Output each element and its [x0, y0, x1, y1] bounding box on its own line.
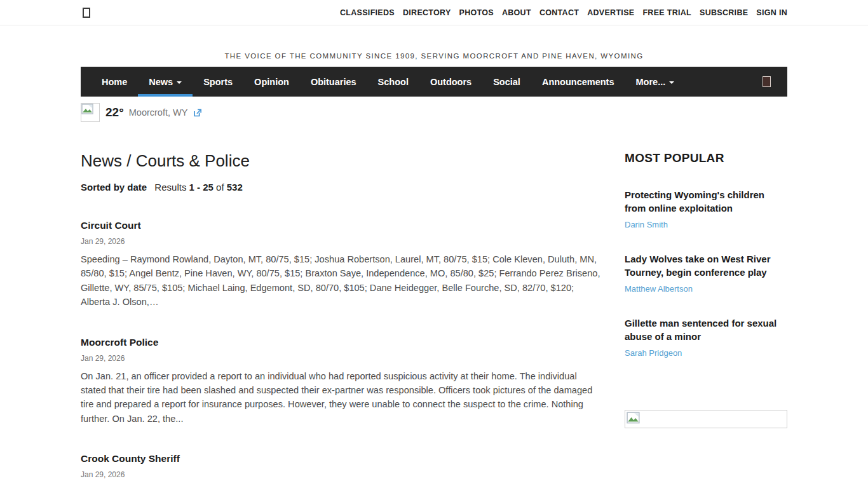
- popular-item-title-link[interactable]: Gillette man sentenced for sexual abuse …: [625, 316, 787, 343]
- topbar-inner: CLASSIFIEDS DIRECTORY PHOTOS ABOUT CONTA…: [81, 8, 787, 18]
- sorted-by-label: Sorted by date: [81, 182, 147, 193]
- nav-item-obituaries-label: Obituaries: [311, 77, 356, 87]
- topbar-link-directory[interactable]: DIRECTORY: [403, 8, 451, 17]
- topbar-link-classifieds[interactable]: CLASSIFIEDS: [340, 8, 395, 17]
- popular-item-author-link[interactable]: Sarah Pridgeon: [625, 348, 787, 358]
- topbar-link-free-trial[interactable]: FREE TRIAL: [642, 8, 691, 17]
- popular-item: Gillette man sentenced for sexual abuse …: [625, 316, 787, 358]
- nav-item-obituaries[interactable]: Obituaries: [300, 67, 367, 97]
- nav-item-sports-label: Sports: [203, 77, 233, 87]
- topbar-link-contact[interactable]: CONTACT: [539, 8, 579, 17]
- nav-item-more-label: More...: [636, 77, 666, 87]
- broken-image-icon: [627, 412, 641, 426]
- results-of: of: [216, 182, 224, 193]
- article-title-link[interactable]: Crook County Sheriff: [81, 453, 603, 464]
- nav-item-sports[interactable]: Sports: [193, 67, 243, 97]
- top-utility-bar: CLASSIFIEDS DIRECTORY PHOTOS ABOUT CONTA…: [0, 0, 868, 25]
- popular-item-author-link[interactable]: Matthew Albertson: [625, 284, 787, 294]
- search-broken-image-icon[interactable]: [763, 76, 771, 87]
- article-excerpt: On Jan. 21, an officer provided a report…: [81, 369, 603, 426]
- site-logo-broken-image[interactable]: [83, 8, 90, 18]
- topbar-link-subscribe[interactable]: SUBSCRIBE: [700, 8, 748, 17]
- main-column: News / Courts & Police Sorted by date Re…: [81, 151, 603, 488]
- weather-broken-image: [81, 103, 100, 122]
- weather-widget: 22° Moorcroft, WY: [81, 103, 787, 122]
- nav-item-home-label: Home: [102, 77, 127, 87]
- nav-item-school-label: School: [378, 77, 409, 87]
- broken-image-icon: [81, 104, 94, 116]
- external-link-icon[interactable]: [193, 108, 202, 118]
- most-popular-heading: MOST POPULAR: [625, 151, 787, 165]
- topbar-link-sign-in[interactable]: SIGN IN: [756, 8, 787, 17]
- article-title-link[interactable]: Circuit Court: [81, 220, 603, 231]
- article-item: Circuit Court Jan 29, 2026 Speeding – Ra…: [81, 220, 603, 309]
- article-title-link[interactable]: Moorcroft Police: [81, 337, 603, 348]
- sidebar: MOST POPULAR Protecting Wyoming's childr…: [625, 151, 787, 488]
- main-navigation: Home News Sports Opinion Obituaries Scho…: [81, 67, 787, 97]
- chevron-down-icon: [177, 81, 182, 84]
- topbar-link-advertise[interactable]: ADVERTISE: [587, 8, 634, 17]
- nav-item-social[interactable]: Social: [482, 67, 531, 97]
- topbar-links: CLASSIFIEDS DIRECTORY PHOTOS ABOUT CONTA…: [340, 8, 787, 17]
- results-total: 532: [227, 182, 243, 193]
- page-title: News / Courts & Police: [81, 151, 603, 171]
- popular-item-author-link[interactable]: Darin Smith: [625, 220, 787, 229]
- results-range: 1 - 25: [189, 182, 214, 193]
- article-date: Jan 29, 2026: [81, 354, 603, 363]
- nav-item-school[interactable]: School: [367, 67, 419, 97]
- topbar-link-about[interactable]: ABOUT: [502, 8, 531, 17]
- nav-item-more[interactable]: More...: [625, 67, 686, 97]
- nav-item-opinion[interactable]: Opinion: [243, 67, 300, 97]
- nav-item-social-label: Social: [493, 77, 520, 87]
- site-tagline: THE VOICE OF THE COMMUNITY SINCE 1909, S…: [0, 52, 868, 60]
- chevron-down-icon: [669, 81, 674, 84]
- weather-location: Moorcroft, WY: [129, 107, 188, 118]
- nav-item-outdoors-label: Outdoors: [430, 77, 471, 87]
- popular-item-title-link[interactable]: Lady Wolves take on West River Tourney, …: [625, 252, 787, 279]
- popular-item: Protecting Wyoming's children from onlin…: [625, 188, 787, 229]
- nav-item-home[interactable]: Home: [91, 67, 138, 97]
- content-area: News / Courts & Police Sorted by date Re…: [81, 151, 787, 488]
- results-word: Results: [154, 182, 186, 193]
- nav-item-news[interactable]: News: [138, 67, 193, 97]
- popular-item-title-link[interactable]: Protecting Wyoming's children from onlin…: [625, 188, 787, 215]
- weather-temperature: 22°: [105, 105, 124, 119]
- nav-item-opinion-label: Opinion: [254, 77, 289, 87]
- nav-item-announcements[interactable]: Announcements: [531, 67, 625, 97]
- article-excerpt: Speeding – Raymond Rowland, Dayton, MT, …: [81, 252, 603, 309]
- nav-item-outdoors[interactable]: Outdoors: [419, 67, 482, 97]
- article-excerpt: Jan. 19 – Accident. Traffic stop. Two bu…: [81, 485, 603, 488]
- popular-item: Lady Wolves take on West River Tourney, …: [625, 252, 787, 294]
- article-item: Crook County Sheriff Jan 29, 2026 Jan. 1…: [81, 453, 603, 488]
- nav-item-news-label: News: [149, 77, 173, 87]
- nav-item-announcements-label: Announcements: [542, 77, 614, 87]
- results-summary: Sorted by date Results 1 - 25 of 532: [81, 182, 603, 193]
- article-item: Moorcroft Police Jan 29, 2026 On Jan. 21…: [81, 337, 603, 426]
- article-date: Jan 29, 2026: [81, 237, 603, 246]
- topbar-link-photos[interactable]: PHOTOS: [459, 8, 494, 17]
- article-date: Jan 29, 2026: [81, 470, 603, 479]
- sidebar-broken-image: [625, 410, 787, 428]
